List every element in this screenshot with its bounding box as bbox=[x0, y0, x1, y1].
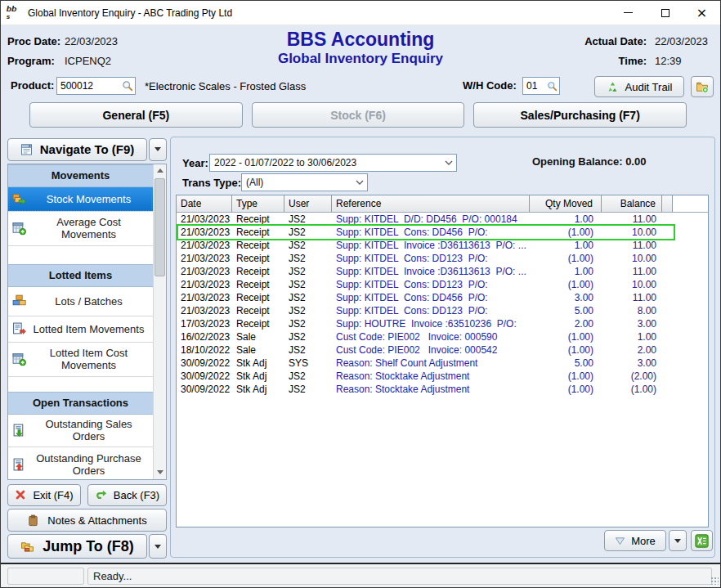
product-search-icon[interactable] bbox=[120, 80, 135, 92]
main-panel: Year: 2022 - 01/07/2022 to 30/06/2023 Tr… bbox=[170, 137, 715, 558]
cell-reference: Supp: KITDEL Cons: DD123 P/O: bbox=[332, 278, 530, 291]
sidebar-spacer bbox=[8, 246, 153, 264]
cell-date: 21/03/2023 bbox=[177, 278, 232, 291]
chevron-down-icon bbox=[441, 160, 456, 166]
status-cell bbox=[7, 568, 84, 585]
resize-grip-icon[interactable] bbox=[710, 577, 719, 585]
column-header-date: Date bbox=[177, 195, 232, 212]
sidebar-group-open-transactions: Open Transactions bbox=[8, 392, 153, 415]
jump-to-dropdown-button[interactable] bbox=[149, 534, 167, 559]
cell-date: 18/10/2022 bbox=[177, 343, 232, 357]
close-icon: × bbox=[696, 7, 707, 20]
jump-to-label: Jump To (F8) bbox=[43, 538, 134, 555]
navigate-form-icon bbox=[20, 143, 34, 156]
cell-qty-moved: (1.00) bbox=[530, 330, 602, 343]
chevron-down-icon bbox=[674, 539, 681, 543]
cell-balance: 10.00 bbox=[602, 278, 662, 291]
trans-type-combobox[interactable]: (All) bbox=[241, 173, 368, 191]
sidebar-spacer bbox=[8, 377, 153, 392]
opening-balance: Opening Balance: 0.00 bbox=[532, 155, 646, 168]
table-row[interactable]: 18/10/2022SaleJS2Cust Code: PIE002 Invoi… bbox=[177, 343, 708, 357]
table-row[interactable]: 21/03/2023ReceiptJS2Supp: KITDEL Invoice… bbox=[177, 239, 708, 252]
wh-code-search-icon[interactable] bbox=[544, 81, 559, 92]
navigate-to-button[interactable]: Navigate To (F9) bbox=[7, 138, 147, 161]
wh-code-label: W/H Code: bbox=[463, 79, 517, 92]
cell-type: Receipt bbox=[232, 226, 284, 239]
table-row[interactable]: 21/03/2023ReceiptJS2Supp: KITDEL D/D: DD… bbox=[177, 213, 708, 226]
scroll-down-button[interactable] bbox=[154, 466, 167, 479]
tab-sales-purchasing[interactable]: Sales/Purchasing (F7) bbox=[473, 102, 687, 128]
exit-button[interactable]: Exit (F4) bbox=[7, 484, 81, 507]
export-excel-button[interactable] bbox=[691, 530, 713, 551]
navigate-to-dropdown-button[interactable] bbox=[149, 138, 167, 161]
year-combobox[interactable]: 2022 - 01/07/2022 to 30/06/2023 bbox=[209, 154, 457, 172]
scroll-up-button[interactable] bbox=[154, 164, 167, 177]
cell-type: Receipt bbox=[232, 265, 284, 278]
time-value: 12:39 bbox=[655, 52, 712, 71]
table-row[interactable]: 21/03/2023ReceiptJS2Supp: KITDEL Cons: D… bbox=[177, 304, 708, 317]
table-row[interactable]: 21/03/2023ReceiptJS2Supp: KITDEL Cons: D… bbox=[177, 226, 708, 239]
sidebar-item-label: Average Cost Movements bbox=[28, 216, 150, 240]
lotted-movements-icon bbox=[12, 322, 26, 336]
cell-qty-moved: (1.00) bbox=[530, 370, 602, 383]
chevron-down-icon bbox=[154, 147, 161, 151]
audit-trail-button[interactable]: Audit Trail bbox=[594, 76, 684, 97]
back-button[interactable]: Back (F3) bbox=[87, 484, 167, 507]
cell-user: JS2 bbox=[284, 239, 332, 252]
tab-general[interactable]: General (F5) bbox=[29, 102, 243, 128]
close-button[interactable]: × bbox=[683, 1, 720, 25]
sidebar-item-lotted-item-cost-movements[interactable]: Lotted Item Cost Movements bbox=[8, 343, 153, 377]
tab-stock: Stock (F6) bbox=[252, 102, 465, 128]
header-filler bbox=[673, 195, 708, 212]
sidebar-item-average-cost-movements[interactable]: Average Cost Movements bbox=[8, 212, 153, 246]
cell-balance: 11.00 bbox=[602, 265, 662, 278]
table-row[interactable]: 30/09/2022Stk AdjJS2Reason: Stocktake Ad… bbox=[177, 383, 708, 396]
table-row[interactable]: 30/09/2022Stk AdjSYSReason: Shelf Count … bbox=[177, 357, 708, 370]
cell-date: 21/03/2023 bbox=[177, 213, 232, 226]
sidebar-item-label: Lotted Item Cost Movements bbox=[28, 347, 150, 371]
table-row[interactable]: 16/02/2023SaleJS2Cust Code: PIE002 Invoi… bbox=[177, 330, 708, 343]
notes-attachments-label: Notes & Attachments bbox=[47, 514, 146, 527]
sidebar-item-stock-movements[interactable]: Stock Movements bbox=[8, 187, 153, 212]
table-row[interactable]: 21/03/2023ReceiptJS2Supp: KITDEL Cons: D… bbox=[177, 291, 708, 304]
exit-x-icon bbox=[15, 489, 26, 500]
cell-balance: (1.00) bbox=[602, 383, 662, 396]
table-row[interactable]: 21/03/2023ReceiptJS2Supp: KITDEL Cons: D… bbox=[177, 252, 708, 265]
maximize-icon bbox=[661, 9, 670, 17]
cell-qty-moved: 2.00 bbox=[530, 317, 602, 330]
cell-reference: Supp: KITDEL Cons: DD456 P/O: bbox=[332, 226, 530, 239]
jump-to-button[interactable]: Jump To (F8) bbox=[7, 534, 147, 559]
sidebar-group-movements: Movements bbox=[8, 164, 153, 187]
more-button[interactable]: More bbox=[604, 530, 666, 551]
sidebar-scrollbar[interactable] bbox=[153, 164, 166, 479]
more-dropdown-button[interactable] bbox=[669, 530, 687, 551]
sidebar-item-lotted-item-movements[interactable]: Lotted Item Movements bbox=[8, 316, 153, 343]
cell-balance: 11.00 bbox=[602, 239, 662, 252]
table-row[interactable]: 21/03/2023ReceiptJS2Supp: KITDEL Cons: D… bbox=[177, 278, 708, 291]
excel-icon bbox=[695, 534, 709, 548]
cell-user: JS2 bbox=[284, 370, 332, 383]
cell-qty-moved: 1.00 bbox=[530, 213, 602, 226]
product-field bbox=[56, 77, 136, 95]
table-row[interactable]: 21/03/2023ReceiptJS2Supp: KITDEL Invoice… bbox=[177, 265, 708, 278]
grid-header: DateTypeUserReferenceQty MovedBalance bbox=[177, 195, 708, 213]
sidebar-item-outstanding-sales-orders[interactable]: Outstanding Sales Orders bbox=[8, 415, 153, 447]
minimize-button[interactable] bbox=[610, 1, 647, 25]
table-row[interactable]: 17/03/2023ReceiptJS2Supp: HOUTRE Invoice… bbox=[177, 317, 708, 330]
navigate-to-label: Navigate To (F9) bbox=[40, 142, 135, 156]
maximize-button[interactable] bbox=[647, 1, 683, 25]
notes-attachments-button[interactable]: Notes & Attachments bbox=[7, 509, 167, 532]
cell-reference: Reason: Stocktake Adjustment bbox=[332, 383, 530, 396]
table-row[interactable]: 30/09/2022Stk AdjJS2Reason: Stocktake Ad… bbox=[177, 370, 708, 383]
sidebar-item-outstanding-purchase-orders[interactable]: Outstanding Purchase Orders bbox=[8, 447, 153, 479]
cell-balance: 3.00 bbox=[602, 357, 662, 370]
cell-reference: Supp: HOUTRE Invoice :63510236 P/O: bbox=[332, 317, 530, 330]
product-input[interactable] bbox=[57, 80, 120, 92]
cell-date: 30/09/2022 bbox=[177, 357, 232, 370]
wh-code-input[interactable] bbox=[523, 80, 544, 92]
sidebar-item-lots-batches[interactable]: Lots / Batches bbox=[8, 287, 153, 316]
scrollbar-thumb[interactable] bbox=[154, 178, 165, 276]
audit-trail-label: Audit Trail bbox=[625, 81, 673, 93]
add-attachment-button[interactable] bbox=[691, 76, 714, 97]
lotted-cost-icon bbox=[12, 352, 26, 366]
